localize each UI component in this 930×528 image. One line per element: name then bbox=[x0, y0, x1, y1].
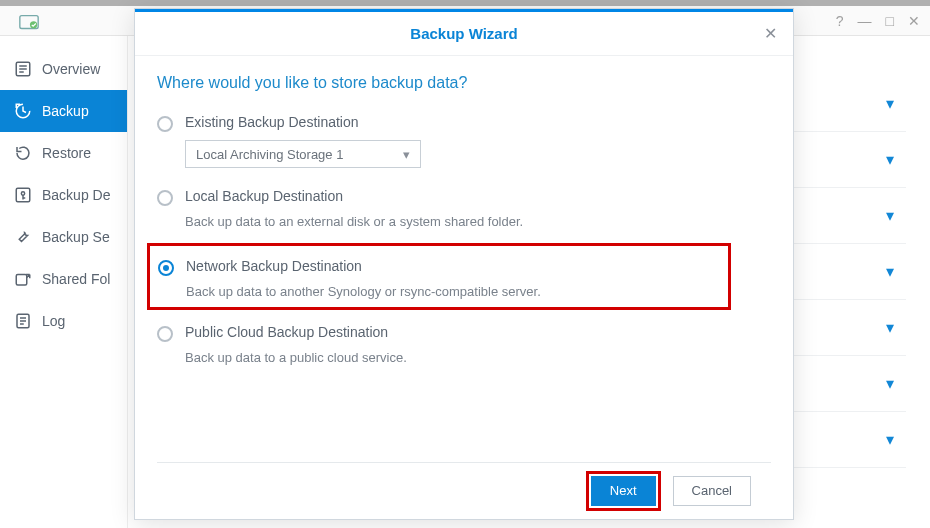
radio-icon[interactable] bbox=[157, 326, 173, 342]
sidebar-item-log[interactable]: Log bbox=[0, 300, 127, 342]
app-logo-icon bbox=[18, 12, 40, 34]
option-label: Existing Backup Destination bbox=[185, 114, 359, 130]
wizard-question: Where would you like to store backup dat… bbox=[157, 74, 771, 92]
sidebar-item-label: Shared Fol bbox=[42, 271, 110, 287]
sidebar-item-label: Backup De bbox=[42, 187, 110, 203]
key-icon bbox=[14, 186, 32, 204]
modal-header: Backup Wizard ✕ bbox=[135, 12, 793, 56]
next-button-highlight: Next bbox=[586, 471, 661, 511]
sidebar-item-overview[interactable]: Overview bbox=[0, 48, 127, 90]
minimize-icon[interactable]: — bbox=[858, 13, 872, 29]
option-description: Back up data to another Synology or rsyn… bbox=[186, 278, 718, 305]
chevron-down-icon: ▾ bbox=[886, 206, 894, 225]
option-local-destination[interactable]: Local Backup Destination bbox=[157, 182, 771, 208]
sidebar-item-restore[interactable]: Restore bbox=[0, 132, 127, 174]
chevron-down-icon: ▾ bbox=[886, 94, 894, 113]
dropdown-value: Local Archiving Storage 1 bbox=[196, 147, 343, 162]
radio-icon[interactable] bbox=[157, 190, 173, 206]
sidebar-item-label: Backup Se bbox=[42, 229, 110, 245]
chevron-down-icon: ▾ bbox=[886, 150, 894, 169]
share-icon bbox=[14, 270, 32, 288]
option-network-destination-highlight: Network Backup Destination Back up data … bbox=[147, 243, 731, 310]
option-public-cloud-destination[interactable]: Public Cloud Backup Destination bbox=[157, 318, 771, 344]
chevron-down-icon: ▾ bbox=[886, 318, 894, 337]
overview-icon bbox=[14, 60, 32, 78]
next-button[interactable]: Next bbox=[591, 476, 656, 506]
sidebar-item-shared-folder[interactable]: Shared Fol bbox=[0, 258, 127, 300]
radio-icon[interactable] bbox=[157, 116, 173, 132]
sidebar-item-backup-destination[interactable]: Backup De bbox=[0, 174, 127, 216]
cancel-button[interactable]: Cancel bbox=[673, 476, 751, 506]
chevron-down-icon: ▾ bbox=[886, 430, 894, 449]
close-icon[interactable]: ✕ bbox=[759, 22, 781, 44]
option-description: Back up data to an external disk or a sy… bbox=[185, 208, 771, 243]
sidebar: Overview Backup Restore Backup De Backup… bbox=[0, 36, 128, 528]
option-label: Network Backup Destination bbox=[186, 258, 362, 274]
option-label: Local Backup Destination bbox=[185, 188, 343, 204]
chevron-down-icon: ▾ bbox=[403, 147, 410, 162]
svg-rect-11 bbox=[16, 275, 27, 286]
backup-icon bbox=[14, 102, 32, 120]
sidebar-item-label: Restore bbox=[42, 145, 91, 161]
close-window-icon[interactable]: ✕ bbox=[908, 13, 920, 29]
sidebar-item-backup-settings[interactable]: Backup Se bbox=[0, 216, 127, 258]
help-icon[interactable]: ? bbox=[836, 13, 844, 29]
modal-title: Backup Wizard bbox=[410, 25, 517, 42]
option-network-destination[interactable]: Network Backup Destination bbox=[158, 252, 718, 278]
option-existing-destination[interactable]: Existing Backup Destination bbox=[157, 108, 771, 134]
modal-body: Where would you like to store backup dat… bbox=[135, 56, 793, 454]
modal-footer: Next Cancel bbox=[157, 462, 771, 518]
sidebar-item-label: Backup bbox=[42, 103, 89, 119]
svg-point-8 bbox=[21, 192, 24, 195]
log-icon bbox=[14, 312, 32, 330]
wrench-icon bbox=[14, 228, 32, 246]
maximize-icon[interactable]: □ bbox=[886, 13, 894, 29]
restore-icon bbox=[14, 144, 32, 162]
backup-wizard-modal: Backup Wizard ✕ Where would you like to … bbox=[134, 8, 794, 520]
sidebar-item-label: Log bbox=[42, 313, 65, 329]
svg-point-1 bbox=[30, 21, 37, 28]
option-description: Back up data to a public cloud service. bbox=[185, 344, 771, 379]
option-label: Public Cloud Backup Destination bbox=[185, 324, 388, 340]
radio-icon[interactable] bbox=[158, 260, 174, 276]
chevron-down-icon: ▾ bbox=[886, 262, 894, 281]
sidebar-item-backup[interactable]: Backup bbox=[0, 90, 127, 132]
chevron-down-icon: ▾ bbox=[886, 374, 894, 393]
sidebar-item-label: Overview bbox=[42, 61, 100, 77]
existing-destination-dropdown[interactable]: Local Archiving Storage 1 ▾ bbox=[185, 140, 421, 168]
